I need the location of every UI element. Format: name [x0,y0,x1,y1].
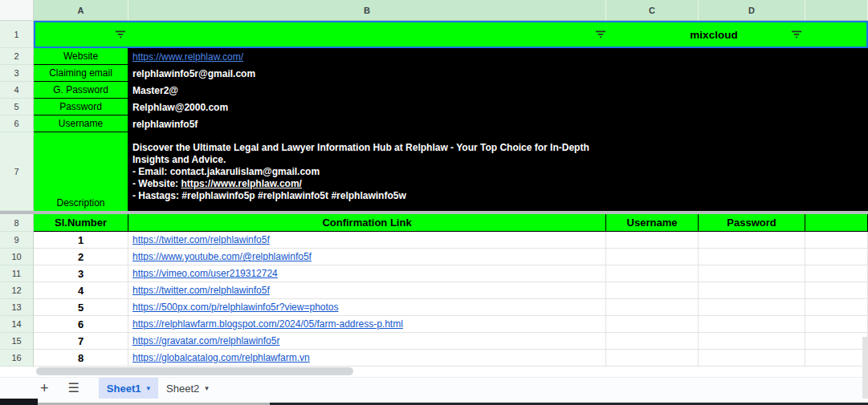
confirmation-link[interactable]: https://gravatar.com/relphlawinfo5r [132,335,279,346]
sl-number-cell[interactable]: 4 [34,282,128,299]
column-header-a[interactable]: A [34,0,128,21]
password-cell[interactable] [699,350,805,367]
row-number[interactable]: 15 [0,333,34,350]
chevron-down-icon[interactable]: ▾ [205,384,209,392]
password-cell[interactable] [699,316,805,333]
sl-number-cell[interactable]: 3 [34,265,128,282]
empty-cell[interactable] [805,265,868,282]
tab-sheet2[interactable]: Sheet2 ▾ [158,378,217,399]
row-number[interactable]: 12 [0,282,34,299]
row-number[interactable]: 14 [0,316,34,333]
row-number[interactable]: 16 [0,350,34,367]
row-number[interactable]: 6 [0,115,34,132]
description-value-cell[interactable]: Discover the Ultimate Legal and Lawyer I… [128,132,868,211]
confirmation-link[interactable]: https://twitter.com/relphlawinfo5f [132,285,270,296]
username-cell[interactable] [606,265,699,282]
info-label-cell[interactable]: Password [34,99,128,115]
confirmation-link-cell[interactable]: https://globalcatalog.com/relphlawfarm.v… [128,350,606,367]
empty-header-cell[interactable] [805,214,868,232]
column-header-b[interactable]: B [128,0,606,21]
sl-number-cell[interactable]: 8 [34,350,128,367]
row-number[interactable]: 10 [0,249,34,265]
column-header-e[interactable] [805,0,868,21]
confirmation-link-header[interactable]: Confirmation Link [128,214,606,232]
row-number[interactable]: 4 [0,82,34,99]
confirmation-link[interactable]: https://www.youtube.com/@relphlawinfo5f [132,251,312,262]
info-value-cell[interactable]: relphlawinfo5f [128,115,868,132]
description-label-cell[interactable]: Description [34,132,128,211]
row-number-1[interactable]: 1 [0,21,34,48]
confirmation-link[interactable]: https://500px.com/p/relphlawinfo5r?view=… [132,302,338,313]
sl-number-cell[interactable]: 5 [34,299,128,316]
confirmation-link[interactable]: https://globalcatalog.com/relphlawfarm.v… [132,352,310,363]
confirmation-link-cell[interactable]: https://twitter.com/relphlawinfo5f [128,282,606,299]
password-header[interactable]: Password [699,214,805,232]
username-cell[interactable] [606,249,699,265]
filter-icon[interactable] [791,30,802,38]
confirmation-link[interactable]: https://relphlawfarm.blogspot.com/2024/0… [132,318,403,330]
website-label-cell[interactable]: Website [34,48,128,65]
username-cell[interactable] [606,316,699,333]
chevron-down-icon[interactable]: ▾ [147,384,151,392]
password-cell[interactable] [699,282,805,299]
empty-cell[interactable] [805,350,868,367]
password-cell[interactable] [699,232,805,249]
sl-number-cell[interactable]: 7 [34,333,128,350]
sl-number-cell[interactable]: 6 [34,316,128,333]
empty-cell[interactable] [805,232,868,249]
empty-cell[interactable] [805,249,868,265]
filter-bar-cell[interactable]: mixcloud [34,21,868,48]
username-cell[interactable] [606,350,699,367]
filter-icon[interactable] [595,30,606,38]
empty-cell[interactable] [805,299,868,316]
username-header[interactable]: Username [606,214,699,232]
row-number-8[interactable]: 8 [0,214,34,232]
confirmation-link-cell[interactable]: https://500px.com/p/relphlawinfo5r?view=… [128,299,606,316]
password-cell[interactable] [699,299,805,316]
empty-cell[interactable] [805,282,868,299]
all-sheets-menu-icon[interactable]: ☰ [68,382,79,395]
password-cell[interactable] [699,333,805,350]
password-cell[interactable] [699,265,805,282]
empty-cell[interactable] [805,316,868,333]
info-value-cell[interactable]: Master2@ [128,82,868,99]
column-header-c[interactable]: C [606,0,699,21]
description-website-link[interactable]: https://www.relphlaw.com/ [181,178,301,189]
sl-number-cell[interactable]: 1 [34,232,128,249]
website-value-cell[interactable]: https://www.relphlaw.com/ [128,48,868,65]
info-label-cell[interactable]: Claiming email [34,65,128,82]
row-number-7[interactable]: 7 [0,132,34,211]
vertical-scrollbar[interactable] [862,337,868,399]
username-cell[interactable] [606,299,699,316]
password-cell[interactable] [699,249,805,265]
select-all-corner[interactable] [0,0,34,21]
row-number[interactable]: 9 [0,232,34,249]
info-label-cell[interactable]: Username [34,115,128,132]
username-cell[interactable] [606,282,699,299]
confirmation-link-cell[interactable]: https://twitter.com/relphlawinfo5f [128,232,606,249]
sl-number-cell[interactable]: 2 [34,249,128,265]
confirmation-link-cell[interactable]: https://vimeo.com/user219312724 [128,265,606,282]
confirmation-link-cell[interactable]: https://relphlawfarm.blogspot.com/2024/0… [128,316,606,333]
row-number-2[interactable]: 2 [0,48,34,65]
confirmation-link[interactable]: https://twitter.com/relphlawinfo5f [132,234,270,245]
username-cell[interactable] [606,333,699,350]
row-number[interactable]: 11 [0,265,34,282]
column-header-d[interactable]: D [699,0,805,21]
confirmation-link[interactable]: https://vimeo.com/user219312724 [132,268,278,279]
username-cell[interactable] [606,232,699,249]
website-link[interactable]: https://www.relphlaw.com/ [132,51,243,63]
horizontal-scrollbar[interactable] [36,367,353,375]
empty-cell[interactable] [805,333,868,350]
tab-sheet1[interactable]: Sheet1 ▾ [99,378,158,399]
info-value-cell[interactable]: relphlawinfo5r@gmail.com [128,65,868,82]
confirmation-link-cell[interactable]: https://www.youtube.com/@relphlawinfo5f [128,249,606,265]
filter-icon[interactable] [115,30,126,38]
add-sheet-button[interactable]: + [40,381,49,395]
row-number[interactable]: 3 [0,65,34,82]
sl-number-header[interactable]: Sl.Number [34,214,128,232]
row-number[interactable]: 5 [0,99,34,115]
confirmation-link-cell[interactable]: https://gravatar.com/relphlawinfo5r [128,333,606,350]
row-number[interactable]: 13 [0,299,34,316]
info-value-cell[interactable]: Relphlaw@2000.com [128,99,868,115]
